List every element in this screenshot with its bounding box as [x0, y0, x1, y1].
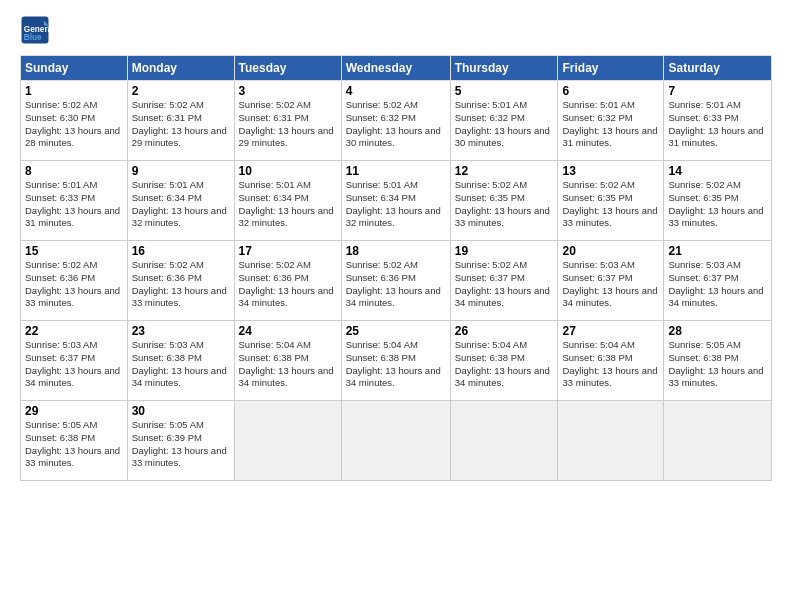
day-info: Sunrise: 5:01 AMSunset: 6:34 PMDaylight:… — [239, 179, 334, 228]
day-number: 10 — [239, 164, 337, 178]
day-info: Sunrise: 5:02 AMSunset: 6:30 PMDaylight:… — [25, 99, 120, 148]
table-row: 26Sunrise: 5:04 AMSunset: 6:38 PMDayligh… — [450, 321, 558, 401]
table-row — [234, 401, 341, 481]
table-row: 4Sunrise: 5:02 AMSunset: 6:32 PMDaylight… — [341, 81, 450, 161]
day-info: Sunrise: 5:02 AMSunset: 6:37 PMDaylight:… — [455, 259, 550, 308]
table-row: 23Sunrise: 5:03 AMSunset: 6:38 PMDayligh… — [127, 321, 234, 401]
logo-icon: General Blue — [20, 15, 50, 45]
calendar-header-row: Sunday Monday Tuesday Wednesday Thursday… — [21, 56, 772, 81]
table-row: 12Sunrise: 5:02 AMSunset: 6:35 PMDayligh… — [450, 161, 558, 241]
table-row: 5Sunrise: 5:01 AMSunset: 6:32 PMDaylight… — [450, 81, 558, 161]
day-number: 4 — [346, 84, 446, 98]
day-number: 6 — [562, 84, 659, 98]
table-row: 21Sunrise: 5:03 AMSunset: 6:37 PMDayligh… — [664, 241, 772, 321]
svg-text:Blue: Blue — [24, 33, 42, 42]
table-row: 17Sunrise: 5:02 AMSunset: 6:36 PMDayligh… — [234, 241, 341, 321]
day-info: Sunrise: 5:01 AMSunset: 6:32 PMDaylight:… — [455, 99, 550, 148]
day-number: 13 — [562, 164, 659, 178]
table-row: 24Sunrise: 5:04 AMSunset: 6:38 PMDayligh… — [234, 321, 341, 401]
table-row — [450, 401, 558, 481]
day-number: 1 — [25, 84, 123, 98]
table-row: 22Sunrise: 5:03 AMSunset: 6:37 PMDayligh… — [21, 321, 128, 401]
table-row: 6Sunrise: 5:01 AMSunset: 6:32 PMDaylight… — [558, 81, 664, 161]
day-number: 11 — [346, 164, 446, 178]
day-info: Sunrise: 5:02 AMSunset: 6:35 PMDaylight:… — [668, 179, 763, 228]
day-number: 17 — [239, 244, 337, 258]
day-number: 26 — [455, 324, 554, 338]
header-wednesday: Wednesday — [341, 56, 450, 81]
day-number: 30 — [132, 404, 230, 418]
day-number: 25 — [346, 324, 446, 338]
header-sunday: Sunday — [21, 56, 128, 81]
day-info: Sunrise: 5:01 AMSunset: 6:34 PMDaylight:… — [346, 179, 441, 228]
day-info: Sunrise: 5:04 AMSunset: 6:38 PMDaylight:… — [239, 339, 334, 388]
day-number: 20 — [562, 244, 659, 258]
day-info: Sunrise: 5:02 AMSunset: 6:31 PMDaylight:… — [239, 99, 334, 148]
table-row: 10Sunrise: 5:01 AMSunset: 6:34 PMDayligh… — [234, 161, 341, 241]
day-number: 21 — [668, 244, 767, 258]
day-info: Sunrise: 5:05 AMSunset: 6:39 PMDaylight:… — [132, 419, 227, 468]
header-friday: Friday — [558, 56, 664, 81]
day-info: Sunrise: 5:04 AMSunset: 6:38 PMDaylight:… — [455, 339, 550, 388]
logo: General Blue — [20, 15, 54, 45]
table-row: 2Sunrise: 5:02 AMSunset: 6:31 PMDaylight… — [127, 81, 234, 161]
day-number: 15 — [25, 244, 123, 258]
table-row: 16Sunrise: 5:02 AMSunset: 6:36 PMDayligh… — [127, 241, 234, 321]
day-number: 24 — [239, 324, 337, 338]
table-row: 25Sunrise: 5:04 AMSunset: 6:38 PMDayligh… — [341, 321, 450, 401]
day-number: 19 — [455, 244, 554, 258]
day-number: 14 — [668, 164, 767, 178]
day-number: 5 — [455, 84, 554, 98]
day-info: Sunrise: 5:01 AMSunset: 6:33 PMDaylight:… — [668, 99, 763, 148]
day-info: Sunrise: 5:02 AMSunset: 6:35 PMDaylight:… — [562, 179, 657, 228]
header-thursday: Thursday — [450, 56, 558, 81]
day-number: 3 — [239, 84, 337, 98]
day-number: 16 — [132, 244, 230, 258]
header-saturday: Saturday — [664, 56, 772, 81]
day-info: Sunrise: 5:01 AMSunset: 6:33 PMDaylight:… — [25, 179, 120, 228]
day-number: 8 — [25, 164, 123, 178]
table-row — [558, 401, 664, 481]
table-row: 8Sunrise: 5:01 AMSunset: 6:33 PMDaylight… — [21, 161, 128, 241]
day-info: Sunrise: 5:03 AMSunset: 6:37 PMDaylight:… — [562, 259, 657, 308]
day-number: 7 — [668, 84, 767, 98]
day-info: Sunrise: 5:05 AMSunset: 6:38 PMDaylight:… — [668, 339, 763, 388]
day-info: Sunrise: 5:02 AMSunset: 6:36 PMDaylight:… — [132, 259, 227, 308]
day-number: 2 — [132, 84, 230, 98]
calendar-table: Sunday Monday Tuesday Wednesday Thursday… — [20, 55, 772, 481]
day-info: Sunrise: 5:03 AMSunset: 6:37 PMDaylight:… — [25, 339, 120, 388]
table-row: 20Sunrise: 5:03 AMSunset: 6:37 PMDayligh… — [558, 241, 664, 321]
table-row: 3Sunrise: 5:02 AMSunset: 6:31 PMDaylight… — [234, 81, 341, 161]
day-number: 9 — [132, 164, 230, 178]
table-row — [341, 401, 450, 481]
day-number: 22 — [25, 324, 123, 338]
day-number: 29 — [25, 404, 123, 418]
day-info: Sunrise: 5:04 AMSunset: 6:38 PMDaylight:… — [346, 339, 441, 388]
day-number: 27 — [562, 324, 659, 338]
day-number: 23 — [132, 324, 230, 338]
table-row: 28Sunrise: 5:05 AMSunset: 6:38 PMDayligh… — [664, 321, 772, 401]
table-row: 14Sunrise: 5:02 AMSunset: 6:35 PMDayligh… — [664, 161, 772, 241]
table-row: 27Sunrise: 5:04 AMSunset: 6:38 PMDayligh… — [558, 321, 664, 401]
page: General Blue Sunday Monday Tuesday Wedne… — [0, 0, 792, 612]
table-row: 11Sunrise: 5:01 AMSunset: 6:34 PMDayligh… — [341, 161, 450, 241]
day-info: Sunrise: 5:01 AMSunset: 6:34 PMDaylight:… — [132, 179, 227, 228]
day-info: Sunrise: 5:04 AMSunset: 6:38 PMDaylight:… — [562, 339, 657, 388]
table-row — [664, 401, 772, 481]
day-number: 18 — [346, 244, 446, 258]
day-info: Sunrise: 5:03 AMSunset: 6:37 PMDaylight:… — [668, 259, 763, 308]
header-tuesday: Tuesday — [234, 56, 341, 81]
header-monday: Monday — [127, 56, 234, 81]
table-row: 18Sunrise: 5:02 AMSunset: 6:36 PMDayligh… — [341, 241, 450, 321]
table-row: 9Sunrise: 5:01 AMSunset: 6:34 PMDaylight… — [127, 161, 234, 241]
table-row: 1Sunrise: 5:02 AMSunset: 6:30 PMDaylight… — [21, 81, 128, 161]
day-info: Sunrise: 5:02 AMSunset: 6:36 PMDaylight:… — [239, 259, 334, 308]
table-row: 15Sunrise: 5:02 AMSunset: 6:36 PMDayligh… — [21, 241, 128, 321]
day-info: Sunrise: 5:02 AMSunset: 6:36 PMDaylight:… — [25, 259, 120, 308]
header: General Blue — [20, 15, 772, 45]
day-info: Sunrise: 5:02 AMSunset: 6:36 PMDaylight:… — [346, 259, 441, 308]
table-row: 7Sunrise: 5:01 AMSunset: 6:33 PMDaylight… — [664, 81, 772, 161]
day-info: Sunrise: 5:05 AMSunset: 6:38 PMDaylight:… — [25, 419, 120, 468]
day-info: Sunrise: 5:02 AMSunset: 6:31 PMDaylight:… — [132, 99, 227, 148]
day-info: Sunrise: 5:03 AMSunset: 6:38 PMDaylight:… — [132, 339, 227, 388]
